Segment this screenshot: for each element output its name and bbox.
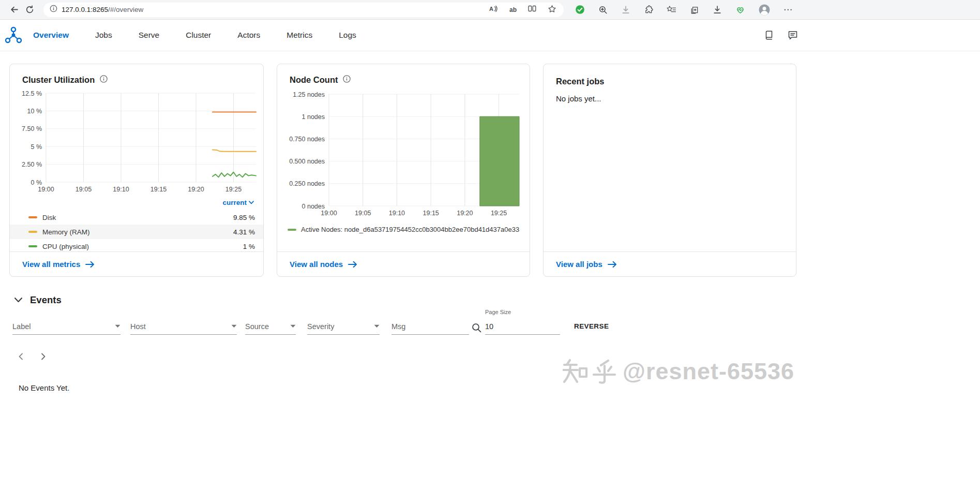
reverse-button[interactable]: REVERSE <box>569 319 614 333</box>
svg-text:1.25 nodes: 1.25 nodes <box>293 91 325 98</box>
downloads-icon[interactable] <box>713 5 722 14</box>
svg-text:0.750 nodes: 0.750 nodes <box>289 136 325 143</box>
svg-text:19:00: 19:00 <box>321 210 337 217</box>
tab-serve[interactable]: Serve <box>139 31 160 40</box>
svg-text:0 %: 0 % <box>31 179 42 186</box>
series-color-dash <box>28 245 37 247</box>
dropdown-caret-icon <box>290 324 296 328</box>
msg-filter-input[interactable] <box>391 318 469 335</box>
search-icon <box>472 323 481 333</box>
tab-logs[interactable]: Logs <box>339 31 356 40</box>
svg-text:19:25: 19:25 <box>491 210 507 217</box>
source-filter-select[interactable]: Source <box>245 318 296 335</box>
series-value: 4.31 % <box>233 228 255 236</box>
events-title: Events <box>30 294 62 306</box>
series-value: 9.85 % <box>233 214 255 221</box>
back-icon[interactable] <box>6 2 22 18</box>
ray-logo-icon[interactable] <box>4 26 23 44</box>
label-filter-select[interactable]: Label <box>12 318 120 335</box>
events-section-header[interactable]: Events <box>14 294 980 306</box>
url-host: 127.0.0.1:8265 <box>62 6 108 13</box>
profile-avatar[interactable] <box>759 4 770 16</box>
overview-cards: Cluster Utilization 0 %2.50 %5 %7.50 %10… <box>9 64 980 277</box>
card-title: Recent jobs <box>556 77 605 86</box>
docs-book-icon[interactable] <box>764 30 774 40</box>
legend-row-disk[interactable]: Disk 9.85 % <box>10 210 263 225</box>
node-count-chart: 0 nodes0.250 nodes0.500 nodes0.750 nodes… <box>282 88 525 221</box>
svg-text:19:25: 19:25 <box>225 186 242 193</box>
series-color-dash <box>28 231 37 233</box>
node-legend: Active Nodes: node_d6a53719754452cc0b300… <box>277 226 530 233</box>
svg-text:0.500 nodes: 0.500 nodes <box>289 158 325 165</box>
node-legend-label: Active Nodes: node_d6a53719754452cc0b300… <box>301 226 519 233</box>
svg-text:0 nodes: 0 nodes <box>302 203 325 210</box>
card-title: Node Count <box>290 75 338 85</box>
arrow-right-icon <box>348 261 357 268</box>
svg-text:19:05: 19:05 <box>76 186 92 193</box>
info-icon[interactable] <box>343 75 351 85</box>
tab-metrics[interactable]: Metrics <box>287 31 312 40</box>
severity-filter-select[interactable]: Severity <box>307 318 380 335</box>
tab-jobs[interactable]: Jobs <box>95 31 112 40</box>
events-pagination <box>13 349 980 364</box>
page-size-label: Page Size <box>485 309 511 315</box>
no-events-text: No Events Yet. <box>19 383 980 392</box>
dropdown-caret-icon <box>231 324 237 328</box>
svg-text:10 %: 10 % <box>27 108 42 115</box>
inactive-download-icon[interactable] <box>621 5 630 14</box>
feedback-icon[interactable] <box>788 30 798 40</box>
zoom-icon[interactable] <box>598 5 608 14</box>
svg-text:0.250 nodes: 0.250 nodes <box>289 180 325 187</box>
cluster-utilization-card: Cluster Utilization 0 %2.50 %5 %7.50 %10… <box>9 64 264 277</box>
series-label: Disk <box>42 214 56 221</box>
arrow-right-icon <box>85 261 95 268</box>
series-label: Memory (RAM) <box>42 228 90 236</box>
search-button[interactable] <box>468 319 485 336</box>
adblock-check-icon[interactable] <box>575 5 585 14</box>
favorite-star-icon[interactable] <box>548 5 556 15</box>
browser-essentials-icon[interactable] <box>735 5 745 14</box>
arrow-right-icon <box>608 261 617 268</box>
favorites-bar-icon[interactable] <box>667 5 676 14</box>
nav-tabs: Overview Jobs Serve Cluster Actors Metri… <box>33 31 356 40</box>
svg-text:1 nodes: 1 nodes <box>302 113 325 121</box>
metric-mode-select[interactable]: current <box>10 197 263 208</box>
next-page-button[interactable] <box>36 349 51 364</box>
browser-menu-icon[interactable]: ⋯ <box>783 4 793 15</box>
recent-jobs-card: Recent jobs No jobs yet... View all jobs <box>543 64 796 277</box>
no-jobs-text: No jobs yet... <box>544 87 796 103</box>
series-color-dash <box>28 216 37 218</box>
series-color-dash <box>288 229 296 231</box>
split-screen-icon[interactable] <box>528 5 536 14</box>
svg-text:19:10: 19:10 <box>113 186 129 193</box>
view-all-jobs-link[interactable]: View all jobs <box>556 260 617 269</box>
ray-nav: Overview Jobs Serve Cluster Actors Metri… <box>0 20 980 51</box>
browser-toolbar: 127.0.0.1:8265 /#/overview A ab <box>0 0 980 20</box>
svg-text:2.50 %: 2.50 % <box>22 161 42 168</box>
svg-text:19:10: 19:10 <box>389 210 405 217</box>
svg-text:5 %: 5 % <box>31 143 42 151</box>
svg-text:12.5 %: 12.5 % <box>22 90 42 97</box>
refresh-icon[interactable] <box>22 2 37 18</box>
tab-cluster[interactable]: Cluster <box>186 31 211 40</box>
view-all-nodes-link[interactable]: View all nodes <box>290 260 357 269</box>
read-aloud-icon[interactable]: A <box>489 5 498 15</box>
extensions-puzzle-icon[interactable] <box>644 5 653 14</box>
tab-overview[interactable]: Overview <box>33 31 69 40</box>
dropdown-caret-icon <box>374 324 380 328</box>
host-filter-select[interactable]: Host <box>130 318 237 335</box>
series-value: 1 % <box>243 243 255 250</box>
site-info-icon[interactable] <box>50 5 57 14</box>
events-filters: Label Host Source Severity Page Size REV… <box>0 306 980 347</box>
prev-page-button[interactable] <box>13 349 28 364</box>
address-bar[interactable]: 127.0.0.1:8265 /#/overview A ab <box>43 3 564 17</box>
info-icon[interactable] <box>100 75 108 85</box>
utilization-chart: 0 %2.50 %5 %7.50 %10 %12.5 %19:0019:0519… <box>14 87 261 197</box>
legend-row-memory[interactable]: Memory (RAM) 4.31 % <box>10 225 263 239</box>
collections-icon[interactable] <box>690 5 699 14</box>
tab-actors[interactable]: Actors <box>237 31 260 40</box>
chevron-down-icon <box>14 298 22 303</box>
page-size-input[interactable] <box>485 318 560 335</box>
view-all-metrics-link[interactable]: View all metrics <box>22 260 95 269</box>
translate-icon[interactable]: ab <box>509 6 517 13</box>
